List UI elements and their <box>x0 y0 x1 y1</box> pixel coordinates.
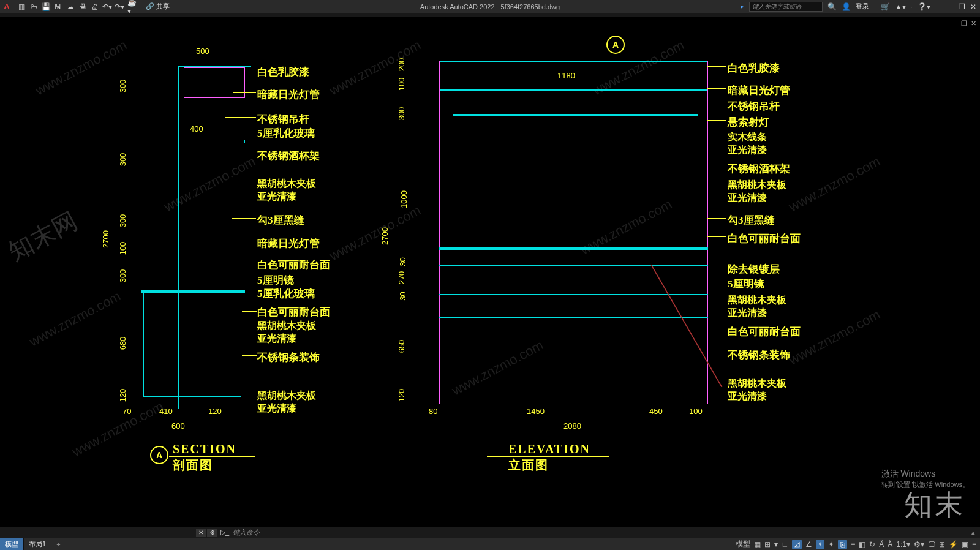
elev-shelf <box>453 114 698 116</box>
dim: 100 <box>397 78 406 91</box>
anno: 白色乳胶漆 <box>257 65 309 79</box>
print-icon[interactable]: 🖨 <box>91 2 99 11</box>
dim: 650 <box>397 340 406 353</box>
elev-trim <box>439 317 708 318</box>
section-title-cn: 剖面图 <box>173 457 213 473</box>
elevation-title-cn: 立面图 <box>508 457 549 473</box>
doc-minimize-icon[interactable]: — <box>951 20 957 28</box>
maximize-icon[interactable]: ❐ <box>959 2 965 11</box>
autocad-logo-icon[interactable]: A <box>0 0 13 13</box>
elev-mirror-t <box>439 265 708 266</box>
doc-maximize-icon[interactable]: ❐ <box>961 20 967 28</box>
undo-icon[interactable]: ↶▾ <box>103 2 111 11</box>
anno: 黑胡桃木夹板 亚光清漆 <box>728 179 786 205</box>
scale-icon[interactable]: 1:1▾ <box>896 540 910 549</box>
cmd-placeholder: 键入命令 <box>233 528 260 537</box>
ws-icon[interactable]: ⚙▾ <box>914 540 924 549</box>
close-icon[interactable]: ✕ <box>970 2 976 11</box>
anno: 黑胡桃木夹板 亚光清漆 <box>257 320 316 345</box>
anno: 5厘明镜 <box>728 277 764 291</box>
title-bar: A ▥ 🗁 💾 🖫 ☁ 🖶 🖨 ↶▾ ↷▾ ☕▾ 🔗 共享 Autodesk A… <box>0 0 980 13</box>
tab-add[interactable]: + <box>51 538 66 550</box>
isolate-icon[interactable]: ⊞ <box>939 540 945 549</box>
cmd-close-icon[interactable]: ✕ <box>196 529 206 537</box>
dropdown-icon[interactable]: ▾ <box>774 540 778 549</box>
minimize-icon[interactable]: — <box>946 2 954 11</box>
save-icon[interactable]: 💾 <box>42 2 50 11</box>
title-center: Autodesk AutoCAD 2022 5f364f27665bd.dwg <box>420 3 560 10</box>
elev-trim <box>439 348 708 348</box>
tab-layout1[interactable]: 布局1 <box>24 538 51 550</box>
plot-icon[interactable]: 🖶 <box>78 2 87 11</box>
elev-wall-l <box>439 61 440 404</box>
anno: 暗藏日光灯管 <box>257 88 320 102</box>
redo-icon[interactable]: ↷▾ <box>115 2 124 11</box>
anno: 暗藏日光灯管 <box>728 83 790 97</box>
app-icon[interactable]: ▲▾ <box>895 2 906 11</box>
search-input[interactable]: 键入关键字或短语 <box>749 2 823 12</box>
dim: 100 <box>118 242 127 255</box>
dim: 300 <box>118 80 127 93</box>
cart-icon[interactable]: 🛒 <box>881 2 890 11</box>
help-icon[interactable]: ❔▾ <box>918 2 930 11</box>
anno: 不锈钢吊杆 <box>728 99 780 113</box>
share-button[interactable]: 🔗 共享 <box>146 2 170 11</box>
anno: 不锈钢酒杯架 <box>728 162 790 176</box>
saveas-icon[interactable]: 🖫 <box>54 2 62 11</box>
status-bar: 模型 布局1 + 模型 ▦ ⊞ ▾ ∟ ◿ ∠ ⌖ ✦ ⎘ ≡ ◧ ↻ Å Å … <box>0 538 980 550</box>
watermark-text: www.znzmo.com <box>33 37 130 99</box>
monitor-icon[interactable]: 🖵 <box>928 540 935 549</box>
user-icon[interactable]: 👤 <box>842 2 851 11</box>
command-line[interactable]: ✕ ⚙ ▷_ 键入命令 ▴ <box>0 527 980 538</box>
dim-total: 2700 <box>380 227 390 245</box>
elev-soffit <box>439 89 708 91</box>
new-icon[interactable]: ▥ <box>17 2 26 11</box>
cmd-expand-icon[interactable]: ▴ <box>971 529 975 537</box>
doc-close-icon[interactable]: ✕ <box>971 20 976 28</box>
custom-icon[interactable]: ≡ <box>972 540 976 549</box>
elevation-section-marker: A <box>606 36 625 54</box>
watermark-text: www.znzmo.com <box>450 337 546 399</box>
quick-access-toolbar: ▥ 🗁 💾 🖫 ☁ 🖶 🖨 ↶▾ ↷▾ ☕▾ 🔗 共享 <box>13 2 173 11</box>
dim-bottom: 2080 <box>564 421 581 431</box>
watermark-text: www.znzmo.com <box>786 154 883 215</box>
layout-tabs: 模型 布局1 + <box>0 538 66 550</box>
watermark-text: www.znzmo.com <box>162 154 258 215</box>
anno: 5厘乳化玻璃 <box>257 287 315 301</box>
anno: 黑胡桃木夹板 亚光清漆 <box>257 178 316 203</box>
dim: 200 <box>397 58 406 72</box>
cmd-options-icon[interactable]: ⚙ <box>207 529 217 537</box>
annoscale-icon[interactable]: Å <box>879 540 884 549</box>
section-cabinet <box>143 293 241 397</box>
section-bubble: A <box>150 446 168 464</box>
workspace-icon[interactable]: ☕▾ <box>127 2 136 11</box>
elev-counter <box>439 247 708 250</box>
login-button[interactable]: 登录 <box>856 2 869 11</box>
annoscale2-icon[interactable]: Å <box>888 540 892 549</box>
dim: 1450 <box>527 407 545 416</box>
osnap-icon[interactable]: ⌖ <box>816 540 824 549</box>
drawing-area[interactable]: — ❐ ✕ 知末网 www.znzmo.com www.znzmo.com ww… <box>0 17 980 527</box>
search-icon[interactable]: 🔍 <box>827 2 837 11</box>
iso-icon[interactable]: ∠ <box>805 540 812 549</box>
grid-icon[interactable]: ▦ <box>754 540 761 549</box>
open-icon[interactable]: 🗁 <box>29 2 38 11</box>
cycling-icon[interactable]: ↻ <box>869 540 875 549</box>
file-name: 5f364f27665bd.dwg <box>501 3 560 10</box>
status-model-label[interactable]: 模型 <box>736 539 750 549</box>
ortho-icon[interactable]: ∟ <box>782 540 789 549</box>
snap-icon[interactable]: ⊞ <box>764 540 771 549</box>
polar-icon[interactable]: ◿ <box>792 540 802 549</box>
dyn-icon[interactable]: ⎘ <box>838 540 847 549</box>
watermark-text: www.znzmo.com <box>327 203 424 264</box>
lineweight-icon[interactable]: ≡ <box>851 540 855 549</box>
app-name: Autodesk AutoCAD 2022 <box>420 3 495 10</box>
hardware-icon[interactable]: ⚡ <box>949 540 958 549</box>
3dosnap-icon[interactable]: ✦ <box>828 540 834 549</box>
web-icon[interactable]: ☁ <box>66 2 75 11</box>
tab-model[interactable]: 模型 <box>0 538 24 550</box>
transparency-icon[interactable]: ◧ <box>859 540 865 549</box>
status-right: 模型 ▦ ⊞ ▾ ∟ ◿ ∠ ⌖ ✦ ⎘ ≡ ◧ ↻ Å Å 1:1▾ ⚙▾ 🖵… <box>736 539 981 549</box>
cleanscreen-icon[interactable]: ▣ <box>962 540 968 549</box>
anno: 黑胡桃木夹板 亚光清漆 <box>728 294 786 320</box>
